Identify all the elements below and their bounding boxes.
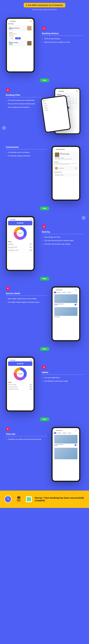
customer: Zola Ondricka	[9, 36, 32, 36]
next-button[interactable]: Next	[40, 347, 49, 351]
check-icon: ✓	[6, 106, 7, 108]
donut-label: Top category's earnings	[17, 373, 24, 375]
check-icon: ✓	[6, 99, 7, 102]
feature-title: Earning	[42, 230, 83, 234]
history-heading: History	[8, 382, 32, 383]
service-title: Full body massage	[60, 154, 69, 154]
row-date: 1 Sep, 2023	[8, 248, 17, 248]
next-button[interactable]: Next	[40, 277, 49, 280]
step-number: 1	[42, 26, 46, 30]
filter-icon[interactable]: ⚙	[76, 90, 78, 92]
status-badge: Accepted	[9, 44, 13, 45]
phone-service-list: ← Service list🔍 + All Plumbing Carpenter…	[52, 286, 80, 341]
commission-total: Total received commission	[54, 174, 78, 176]
row-amt: $35.89	[30, 386, 32, 387]
booking-card[interactable]: #1045 Full body massage $22.00 Accepted	[8, 40, 32, 46]
history-row[interactable]: Commercial laundry #10581 Sep, 2023$35.8…	[8, 249, 32, 252]
next-button[interactable]: Next	[40, 206, 49, 210]
check-icon: ✓	[6, 301, 7, 303]
chat-icon[interactable]: 💬	[76, 168, 77, 169]
earnings-amount: $2,393.62	[8, 362, 32, 366]
check-icon: ✓	[6, 438, 7, 440]
row-amt: $35.89	[30, 250, 32, 252]
feature-item: For particular service commission.	[8, 152, 30, 154]
time: 12:00 am	[61, 158, 64, 158]
next-button[interactable]: Next	[40, 78, 49, 82]
phone-bookings: ← Bookings⚙ All booking #1046 Cleaning o…	[6, 18, 35, 72]
service-image	[54, 307, 78, 316]
history-row[interactable]: House hold cook #02871 Sep, 2023$22.17	[8, 246, 32, 249]
feature-item: Also can check booking for particular da…	[8, 103, 35, 105]
service-price: $22.00	[54, 445, 63, 446]
phone-filter-fg: Status ▼ ☐ All ☐ Pending ☐ Accepted ☐ As…	[40, 95, 71, 133]
feature-item: Check all status booking.	[44, 38, 60, 40]
booking-card[interactable]: #1046 Cleaning of bathroom $12.13	[8, 25, 32, 31]
search-icon[interactable]: 🔍 +	[75, 289, 77, 290]
service-image	[54, 294, 78, 303]
chip[interactable]: Cooking	[67, 292, 72, 293]
history-row[interactable]: Paid by admin #0287$22.17	[8, 384, 32, 386]
desc-text: Our expert technicians will thoroughly c…	[54, 163, 78, 165]
booking-thumb	[27, 41, 32, 46]
history-row[interactable]: Commercial laundry #1054$14.59	[8, 388, 32, 390]
location: California - USA	[9, 34, 32, 35]
step-number: 5	[42, 365, 46, 369]
check-icon: ✓	[42, 377, 43, 379]
check-icon: ✓	[42, 243, 43, 245]
chip[interactable]: All	[54, 432, 56, 434]
calendar-icon	[26, 496, 32, 502]
donut-label: Top category's earnings	[17, 232, 24, 234]
phone-title: Booking Details	[56, 149, 65, 150]
service-card[interactable]: Ac gas filling	[54, 306, 78, 318]
donut-chart: Top category's earnings	[14, 227, 27, 240]
toggle[interactable]	[74, 304, 78, 305]
date: 6 Sep, 2023	[9, 33, 13, 34]
next-button[interactable]: Next	[40, 418, 49, 421]
history-heading: History	[8, 241, 32, 242]
feature-item: Can check total earnings from selected D…	[44, 240, 74, 242]
filter-icon[interactable]: ⚙	[30, 20, 32, 22]
row-name: House hold cook #1087	[8, 386, 17, 387]
feature-title: Service Detail	[6, 292, 47, 296]
avatar-icon	[55, 167, 58, 170]
chip[interactable]: Plumbing	[57, 292, 62, 293]
asterisk-icon: ✱	[2, 125, 6, 131]
status-badge: Pending	[9, 32, 13, 33]
search-icon[interactable]: 🔍 +	[75, 430, 77, 431]
footer-text: Hurray ! Your booking has been successfu…	[35, 497, 85, 502]
feature-title: Commission	[6, 146, 47, 150]
asterisk-icon: ✱	[81, 214, 86, 221]
chip[interactable]: Carpenter	[62, 432, 67, 434]
toggle[interactable]	[74, 444, 78, 446]
row-amt: $33.77	[30, 244, 32, 246]
history-row[interactable]: House hold cook #1087$35.89	[8, 386, 32, 388]
feature-item: Can check booking as per booking status.	[8, 99, 35, 102]
row-date: 6 Sep, 2023	[8, 244, 14, 246]
accept-button[interactable]: Accept	[15, 37, 21, 39]
service-card[interactable]: Ac compressor fitting $22.00	[54, 294, 78, 306]
filter-icon[interactable]: ⚙	[30, 219, 32, 220]
chip[interactable]: All	[54, 292, 56, 293]
reject-button[interactable]: Reject	[9, 37, 14, 39]
footer-banner: Hurray ! Your booking has been successfu…	[0, 490, 89, 508]
history-row[interactable]: Interior #02626 Sep, 2023$33.77	[8, 243, 32, 246]
row-amt: $22.17	[30, 247, 32, 248]
chip[interactable]: Plumbing	[57, 432, 62, 434]
feature-title: Wallet	[42, 371, 83, 375]
tab-all[interactable]: All booking	[8, 23, 32, 24]
chip[interactable]: Cooking	[67, 432, 72, 434]
service-card[interactable]: Ac compressor fitting $22.00	[54, 434, 78, 446]
service-card[interactable]	[54, 447, 78, 460]
chip[interactable]: Carpenter	[62, 292, 67, 293]
phone-timeslot: ← Service list🔍 + All Plumbing Carpenter…	[52, 427, 80, 482]
service-thumb	[55, 152, 59, 157]
filter-icon[interactable]: ⚙	[30, 360, 32, 361]
booking-price: $22.00	[9, 43, 26, 44]
feature-title: Booking Filter	[6, 94, 41, 97]
feature-item: Add, Update, Delete Service and see deta…	[8, 298, 36, 300]
header-subtitle: No need to pay charges to servicemen	[0, 9, 89, 10]
clock-icon	[4, 496, 12, 503]
donut-chart: Top category's earnings	[14, 367, 27, 380]
feature-item: Add your time slot to complete it on tim…	[44, 41, 70, 43]
service-image	[54, 435, 78, 444]
